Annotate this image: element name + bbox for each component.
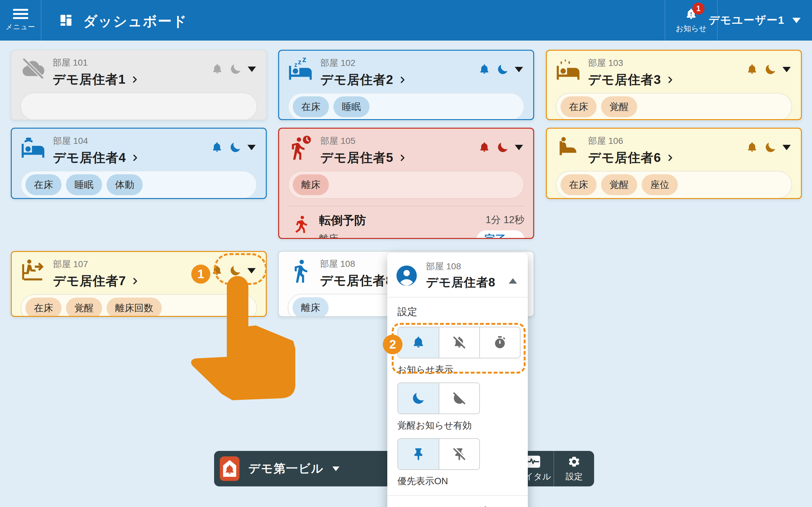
room-card[interactable]: 部屋 106 デモ居住者6 在床覚醒座位 [546, 128, 802, 199]
svg-text:z: z [302, 57, 306, 64]
room-card[interactable]: 部屋 103 デモ居住者3 在床覚醒 [546, 50, 802, 120]
svg-text:z: z [298, 58, 301, 66]
status-pill: 体動 [107, 174, 143, 195]
room-card[interactable]: 部屋 104 デモ居住者4 在床睡眠体動 [11, 128, 267, 199]
bell-icon [211, 141, 223, 154]
moon-icon [496, 63, 509, 76]
bell-icon [211, 264, 223, 277]
room-card[interactable]: 部屋 101 デモ居住者1 [11, 50, 267, 120]
status-pill: 覚醒 [601, 96, 637, 117]
moon-icon [764, 141, 777, 154]
chevron-right-icon [131, 75, 139, 83]
dashboard-icon [59, 13, 73, 27]
setting-group-label: 優先表示ON [397, 475, 528, 488]
room-card[interactable]: zzz 部屋 102 デモ居住者2 在床睡眠 [278, 50, 534, 120]
vital-record-label: バイタル記録 [429, 504, 510, 507]
status-pill-container: 在床睡眠 [288, 93, 524, 120]
room-number: 部屋 102 [320, 57, 407, 69]
popup-header: 部屋 108 デモ居住者8 [387, 253, 528, 297]
status-pill-container: 在床覚醒離床回数 [20, 294, 257, 317]
tab-settings[interactable]: 設定 [554, 451, 594, 487]
moon-icon [764, 63, 777, 76]
card-menu-caret[interactable] [782, 145, 791, 150]
menu-button[interactable]: メニュー [0, 0, 41, 41]
card-menu-caret[interactable] [248, 66, 256, 72]
popup-settings-section: 設定 お知らせ表示 覚醒お知らせ有効 優先表示ON [387, 297, 528, 488]
alert-title: 転倒予防 [319, 213, 366, 228]
resident-link[interactable]: デモ居住者1 [53, 71, 139, 88]
card-header: 部屋 105 デモ居住者5 [288, 135, 524, 166]
fall-prevention-icon [291, 215, 311, 235]
pin-off-option[interactable] [439, 439, 479, 469]
page-title: ダッシュボード [83, 12, 187, 31]
alert-done-button[interactable]: 完了 [477, 230, 524, 239]
alert-elapsed-time: 1分 12秒 [477, 213, 524, 227]
chevron-right-icon [131, 277, 139, 285]
room-card[interactable]: 部屋 107 デモ居住者7 在床覚醒離床回数 1 [11, 251, 267, 317]
moon-icon [496, 141, 509, 154]
menu-button-label: メニュー [6, 22, 36, 32]
status-pill-container: 在床覚醒 [556, 93, 792, 120]
card-header: zzz 部屋 102 デモ居住者2 [288, 57, 524, 89]
status-pill-container: 離床 [288, 171, 524, 199]
resident-link[interactable]: デモ居住者3 [588, 71, 674, 89]
card-menu-caret[interactable] [515, 67, 523, 72]
option-group [397, 438, 480, 470]
setting-group: お知らせ表示 [397, 327, 522, 376]
bell-off-option[interactable] [439, 327, 479, 358]
app-header: メニュー ダッシュボード 1 お知らせ デモユーザー1 [0, 0, 812, 41]
room-settings-popup: 部屋 108 デモ居住者8 設定 お知らせ表示 覚醒お知らせ有効 優先表示ON … [387, 253, 528, 507]
gear-icon [567, 455, 581, 468]
status-pill: 覚醒 [66, 297, 102, 317]
status-pill: 在床 [26, 297, 61, 317]
moon-option[interactable] [398, 383, 439, 413]
tab-settings-label: 設定 [565, 471, 583, 482]
collapse-button[interactable] [507, 271, 519, 280]
bell-icon [211, 62, 223, 76]
bell-icon [746, 141, 758, 154]
resident-link[interactable]: デモ居住者4 [53, 149, 139, 166]
room-card[interactable]: 部屋 105 デモ居住者5 離床 転倒予防 離床 1分 12 [278, 128, 534, 239]
pin-option[interactable] [398, 439, 439, 469]
alert-section: 転倒予防 離床 1分 12秒 完了 [288, 206, 524, 239]
status-pill: 離床 [293, 174, 329, 195]
notifications-label: お知らせ [676, 23, 707, 34]
bed-sitting-icon [556, 135, 580, 160]
chevron-down-icon [792, 18, 801, 23]
card-menu-caret[interactable] [247, 268, 256, 274]
card-menu-caret[interactable] [247, 145, 256, 150]
setting-group-label: 覚醒お知らせ有効 [397, 419, 528, 432]
bell-option[interactable] [398, 327, 439, 358]
status-pill: 睡眠 [66, 174, 102, 195]
room-number: 部屋 106 [588, 135, 674, 147]
building-selector[interactable]: デモ第一ビル [220, 451, 340, 487]
resident-link[interactable]: デモ居住者5 [320, 149, 407, 166]
walk-clock-icon [288, 135, 313, 160]
status-pill: 在床 [560, 174, 597, 195]
walk-icon [288, 258, 312, 283]
notification-bell-icon: 1 [684, 7, 698, 21]
moon-off-option[interactable] [439, 383, 479, 413]
chevron-right-icon [666, 154, 674, 162]
status-pill: 在床 [293, 96, 329, 117]
moon-icon [229, 62, 242, 76]
resident-link[interactable]: デモ居住者2 [320, 71, 407, 89]
timer-option[interactable] [479, 327, 520, 358]
user-name: デモユーザー1 [709, 13, 785, 27]
avatar-icon [396, 265, 418, 287]
vital-record-row[interactable]: バイタル記録 [387, 496, 528, 507]
settings-section-title: 設定 [397, 305, 528, 319]
user-menu[interactable]: デモユーザー1 [709, 0, 801, 41]
resident-link[interactable]: デモ居住者7 [53, 272, 139, 290]
status-pill: 座位 [642, 174, 678, 195]
option-group [397, 383, 480, 414]
chevron-down-icon [333, 466, 339, 471]
card-menu-caret[interactable] [782, 67, 791, 72]
cloud-off-icon [20, 57, 45, 81]
resident-link[interactable]: デモ居住者6 [588, 149, 674, 166]
status-pill: 覚醒 [601, 174, 637, 195]
svg-text:z: z [294, 61, 298, 68]
status-pill: 在床 [560, 96, 597, 117]
card-menu-caret[interactable] [515, 145, 523, 150]
building-name: デモ第一ビル [248, 461, 323, 476]
